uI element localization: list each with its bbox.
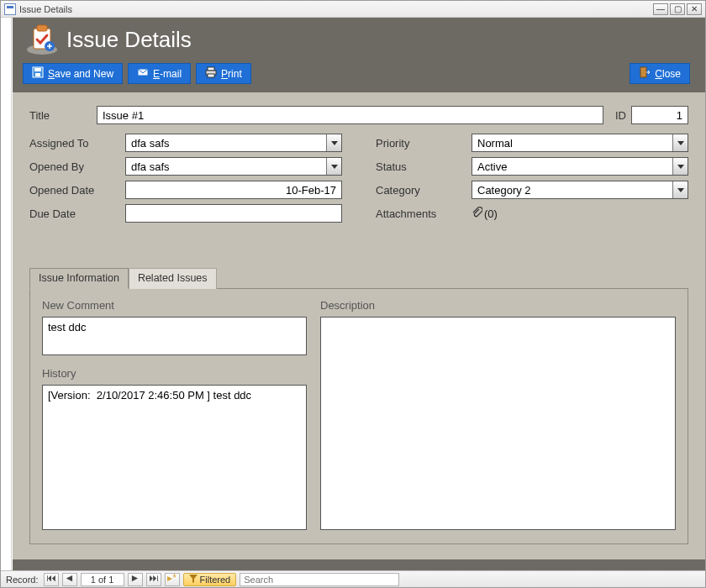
form-detail-area: Title ID Assigned To — [13, 92, 705, 559]
id-label: ID — [615, 109, 626, 122]
opened-by-combo[interactable] — [125, 157, 342, 176]
app-window: Issue Details — ▢ ✕ — [0, 0, 706, 588]
filter-indicator[interactable]: Filtered — [183, 573, 237, 586]
nav-last-button[interactable]: ⏭ — [146, 573, 161, 586]
record-navigation-bar: Record: ⏮ ◄ 1 of 1 ► ⏭ ▸* Filtered — [1, 570, 705, 587]
category-input[interactable] — [472, 181, 672, 198]
form-header: Issue Details — [13, 21, 705, 63]
nav-prev-button[interactable]: ◄ — [62, 573, 77, 586]
form-icon — [4, 3, 16, 15]
record-selector-bar[interactable] — [1, 18, 12, 570]
email-button[interactable]: E-mail — [128, 63, 191, 84]
title-label: Title — [29, 109, 97, 122]
opened-date-label: Opened Date — [29, 184, 125, 197]
chevron-down-icon[interactable] — [326, 158, 341, 175]
minimize-button[interactable]: — — [653, 3, 668, 15]
description-label: Description — [320, 299, 676, 312]
record-label: Record: — [6, 575, 39, 585]
priority-input[interactable] — [472, 134, 672, 151]
chevron-down-icon[interactable] — [672, 181, 688, 198]
mail-icon — [137, 66, 149, 81]
category-combo[interactable] — [472, 181, 688, 199]
nav-next-button[interactable]: ► — [128, 573, 143, 586]
window-titlebar: Issue Details — ▢ ✕ — [1, 1, 705, 18]
due-date-label: Due Date — [29, 207, 125, 220]
toolbar: Save and New E-mail Print — [13, 63, 705, 92]
page-title: Issue Details — [66, 27, 192, 53]
svg-rect-5 — [34, 68, 41, 71]
status-input[interactable] — [472, 158, 672, 175]
save-icon — [32, 66, 44, 81]
description-field[interactable] — [320, 317, 676, 530]
record-counter[interactable]: 1 of 1 — [81, 573, 124, 586]
search-input[interactable] — [240, 573, 399, 586]
nav-new-button[interactable]: ▸* — [165, 573, 180, 586]
print-icon — [205, 66, 217, 81]
clipboard-check-icon — [24, 23, 60, 56]
chevron-down-icon[interactable] — [672, 134, 688, 151]
paperclip-icon — [472, 207, 482, 221]
status-label: Status — [376, 160, 472, 173]
due-date-field[interactable] — [125, 204, 342, 223]
door-close-icon — [639, 66, 651, 81]
attachments-control[interactable]: (0) — [472, 207, 498, 221]
maximize-button[interactable]: ▢ — [670, 3, 685, 15]
window-controls: — ▢ ✕ — [653, 3, 702, 15]
chevron-down-icon[interactable] — [326, 134, 341, 151]
category-label: Category — [376, 184, 472, 197]
history-label: History — [42, 367, 307, 380]
opened-by-label: Opened By — [29, 160, 125, 173]
new-comment-label: New Comment — [42, 299, 307, 312]
tab-panel: New Comment History Description — [29, 288, 688, 544]
print-button[interactable]: Print — [196, 63, 251, 84]
priority-combo[interactable] — [472, 134, 688, 152]
tab-issue-information[interactable]: Issue Information — [29, 268, 129, 289]
title-field[interactable] — [97, 106, 603, 124]
svg-rect-8 — [208, 67, 214, 71]
opened-by-input[interactable] — [126, 158, 326, 175]
form-body: Issue Details Save and New E-mail — [13, 18, 705, 570]
svg-rect-10 — [208, 74, 214, 77]
funnel-icon — [189, 575, 198, 585]
chevron-down-icon[interactable] — [672, 158, 688, 175]
close-button[interactable]: Close — [630, 63, 690, 84]
svg-rect-2 — [37, 25, 47, 31]
status-combo[interactable] — [472, 157, 688, 176]
attachments-count: (0) — [484, 207, 498, 220]
opened-date-field[interactable] — [125, 181, 342, 199]
svg-rect-11 — [640, 67, 646, 77]
assigned-to-input[interactable] — [126, 134, 326, 151]
close-window-button[interactable]: ✕ — [687, 3, 702, 15]
id-field[interactable] — [631, 106, 688, 124]
tab-strip: Issue Information Related Issues — [29, 267, 688, 288]
nav-first-button[interactable]: ⏮ — [44, 573, 59, 586]
history-field[interactable] — [42, 385, 307, 530]
attachments-label: Attachments — [376, 207, 472, 220]
save-and-new-button[interactable]: Save and New — [23, 63, 123, 84]
tab-related-issues[interactable]: Related Issues — [129, 268, 217, 289]
new-comment-field[interactable] — [42, 317, 307, 355]
window-title: Issue Details — [19, 4, 72, 14]
assigned-to-combo[interactable] — [125, 134, 342, 152]
assigned-to-label: Assigned To — [29, 137, 125, 150]
svg-rect-6 — [35, 73, 40, 76]
priority-label: Priority — [376, 137, 472, 150]
